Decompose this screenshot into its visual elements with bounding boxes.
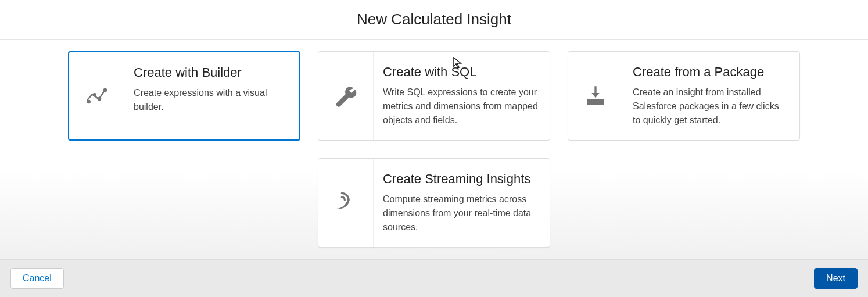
option-create-with-builder[interactable]: Create with Builder Create expressions w…: [68, 51, 300, 141]
card-text: Create Streaming Insights Compute stream…: [374, 159, 550, 247]
cancel-button[interactable]: Cancel: [10, 268, 64, 289]
option-create-from-package[interactable]: Create from a Package Create an insight …: [568, 51, 800, 141]
svg-rect-4: [87, 93, 94, 101]
options-area: Create with Builder Create expressions w…: [0, 40, 868, 259]
download-icon: [568, 52, 623, 140]
satellite-dish-icon: [318, 159, 374, 247]
wrench-icon: [318, 52, 374, 140]
dialog-footer: Cancel Next: [0, 259, 868, 297]
card-description: Write SQL expressions to create your met…: [383, 85, 538, 127]
card-description: Create expressions with a visual builder…: [134, 86, 288, 114]
card-description: Compute streaming metrics across dimensi…: [383, 192, 538, 234]
page-title: New Calculated Insight: [0, 10, 868, 28]
card-text: Create with Builder Create expressions w…: [124, 52, 299, 139]
card-title: Create with SQL: [383, 65, 538, 80]
next-button[interactable]: Next: [814, 268, 858, 289]
svg-rect-6: [99, 90, 106, 99]
card-title: Create from a Package: [633, 65, 788, 80]
card-text: Create from a Package Create an insight …: [623, 52, 799, 140]
card-title: Create Streaming Insights: [383, 171, 538, 187]
chart-line-icon: [69, 52, 124, 139]
dialog-header: New Calculated Insight: [0, 0, 868, 40]
card-description: Create an insight from installed Salesfo…: [633, 85, 788, 127]
card-grid: Create with Builder Create expressions w…: [68, 51, 800, 248]
card-title: Create with Builder: [134, 65, 288, 80]
card-text: Create with SQL Write SQL expressions to…: [374, 52, 550, 140]
option-create-streaming-insights[interactable]: Create Streaming Insights Compute stream…: [318, 158, 550, 248]
option-create-with-sql[interactable]: Create with SQL Write SQL expressions to…: [318, 51, 550, 141]
